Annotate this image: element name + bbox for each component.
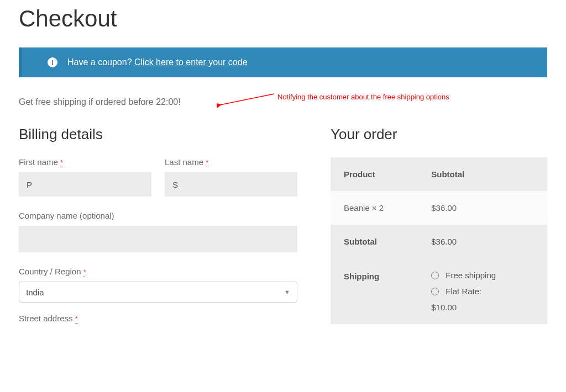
order-shipping-row: Shipping Free shipping Flat Rate: $10.00 xyxy=(331,258,547,324)
first-name-label: First name * xyxy=(19,157,151,167)
subtotal-label: Subtotal xyxy=(344,237,431,246)
enter-coupon-link[interactable]: Click here to enter your code xyxy=(134,57,248,67)
chevron-down-icon: ▼ xyxy=(284,289,290,295)
subtotal-value: $36.00 xyxy=(431,237,534,246)
shipping-option-free[interactable]: Free shipping xyxy=(431,271,534,280)
country-selected-value: India xyxy=(26,288,44,297)
order-item-price: $36.00 xyxy=(431,203,534,213)
page-title: Checkout xyxy=(19,6,547,32)
shipping-flat-price: $10.00 xyxy=(431,303,534,312)
company-input[interactable] xyxy=(19,226,297,252)
shipping-flat-label: Flat Rate: xyxy=(446,287,481,296)
info-icon: i xyxy=(48,57,57,67)
order-item-row: Beanie × 2 $36.00 xyxy=(331,191,547,225)
order-header-row: Product Subtotal xyxy=(331,157,547,191)
country-select[interactable]: India ▼ xyxy=(19,282,297,303)
first-name-input[interactable] xyxy=(19,172,151,197)
order-title: Your order xyxy=(331,126,547,143)
svg-line-0 xyxy=(220,94,274,105)
shipping-label: Shipping xyxy=(344,271,431,312)
annotation-text: Notifying the customer about the free sh… xyxy=(277,93,449,101)
header-subtotal: Subtotal xyxy=(431,169,534,179)
coupon-notice: i Have a coupon? Click here to enter you… xyxy=(19,47,547,77)
order-summary-table: Product Subtotal Beanie × 2 $36.00 Subto… xyxy=(331,157,547,324)
radio-icon xyxy=(431,288,439,295)
header-product: Product xyxy=(344,169,431,179)
promo-row: Get free shipping if ordered before 22:0… xyxy=(19,97,547,107)
last-name-input[interactable] xyxy=(165,172,297,197)
shipping-option-flat[interactable]: Flat Rate: xyxy=(431,287,534,296)
radio-icon xyxy=(431,272,439,279)
company-label: Company name (optional) xyxy=(19,211,297,220)
order-subtotal-row: Subtotal $36.00 xyxy=(331,225,547,258)
country-label: Country / Region * xyxy=(19,267,297,276)
order-item-name: Beanie × 2 xyxy=(344,203,431,213)
coupon-notice-prefix: Have a coupon? xyxy=(67,57,134,67)
shipping-free-label: Free shipping xyxy=(446,271,496,280)
free-shipping-promo: Get free shipping if ordered before 22:0… xyxy=(19,97,181,107)
street-address-label: Street address * xyxy=(19,314,297,323)
billing-title: Billing details xyxy=(19,126,297,143)
last-name-label: Last name * xyxy=(165,157,297,167)
annotation-arrow-icon xyxy=(217,91,277,109)
